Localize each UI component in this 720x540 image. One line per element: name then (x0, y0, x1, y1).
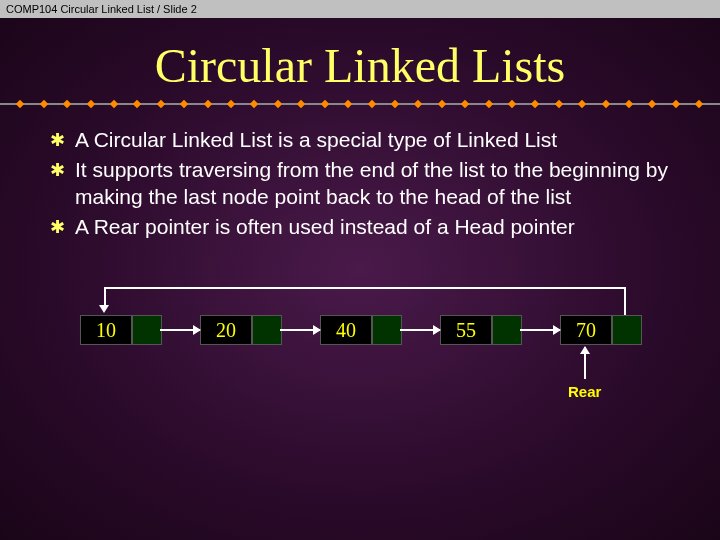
bullet-item: ✱ A Circular Linked List is a special ty… (50, 127, 680, 153)
node-value: 40 (320, 315, 372, 345)
bullet-list: ✱ A Circular Linked List is a special ty… (0, 127, 720, 240)
node-pointer (372, 315, 402, 345)
list-node: 20 (200, 315, 282, 345)
rear-arrow-icon (584, 347, 586, 379)
arrow-icon (520, 329, 560, 331)
rear-label: Rear (568, 383, 601, 400)
list-node: 40 (320, 315, 402, 345)
bullet-text: A Circular Linked List is a special type… (75, 127, 680, 153)
bullet-icon: ✱ (50, 216, 65, 240)
node-pointer (252, 315, 282, 345)
bullet-icon: ✱ (50, 129, 65, 153)
linked-list-diagram: 10 20 40 55 70 Rear (0, 275, 720, 425)
bullet-item: ✱ It supports traversing from the end of… (50, 157, 680, 210)
arrow-icon (280, 329, 320, 331)
node-value: 55 (440, 315, 492, 345)
node-value: 20 (200, 315, 252, 345)
bullet-text: It supports traversing from the end of t… (75, 157, 680, 210)
list-node: 55 (440, 315, 522, 345)
node-pointer (612, 315, 642, 345)
list-node: 10 (80, 315, 162, 345)
bullet-text: A Rear pointer is often used instead of … (75, 214, 680, 240)
node-value: 70 (560, 315, 612, 345)
node-pointer (492, 315, 522, 345)
node-value: 10 (80, 315, 132, 345)
title-divider (0, 101, 720, 107)
list-node: 70 (560, 315, 642, 345)
slide-title: Circular Linked Lists (0, 38, 720, 93)
arrow-icon (160, 329, 200, 331)
bullet-icon: ✱ (50, 159, 65, 210)
slide-header: COMP104 Circular Linked List / Slide 2 (0, 0, 720, 18)
bullet-item: ✱ A Rear pointer is often used instead o… (50, 214, 680, 240)
arrow-icon (400, 329, 440, 331)
node-pointer (132, 315, 162, 345)
